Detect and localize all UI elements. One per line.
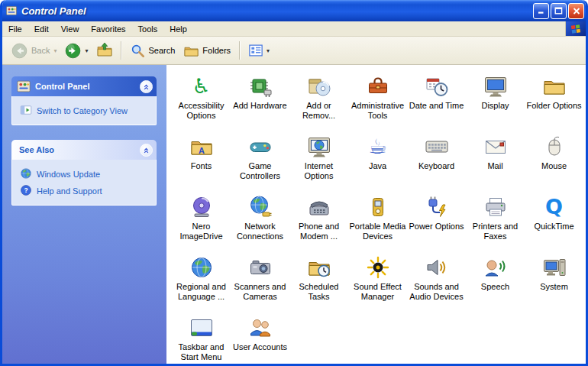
menu-view[interactable]: View [55, 23, 86, 35]
cp-item-system[interactable]: System [525, 255, 583, 316]
menu-tools[interactable]: Tools [132, 23, 164, 35]
menu-items: FileEditViewFavoritesToolsHelp [2, 23, 193, 35]
display-icon [483, 74, 508, 99]
cp-item-accessibility-options[interactable]: ♿Accessibility Options [172, 74, 231, 134]
power-options-icon [425, 195, 449, 219]
cp-item-nero-imagedrive[interactable]: Nero ImageDrive [172, 195, 231, 255]
menu-help[interactable]: Help [163, 23, 193, 35]
cp-item-label: Regional and Language ... [173, 282, 231, 302]
cp-item-regional-and-language[interactable]: Regional and Language ... [172, 255, 231, 316]
user-accounts-icon [248, 316, 273, 340]
cp-item-display[interactable]: Display [466, 74, 525, 134]
cp-item-label: Mail [487, 161, 502, 171]
menu-bar: FileEditViewFavoritesToolsHelp [2, 21, 586, 37]
collapse-chevron-icon[interactable] [140, 80, 153, 93]
folders-button[interactable]: Folders [179, 41, 235, 60]
cp-item-java[interactable]: ☕Java [348, 134, 407, 195]
collapse-chevron-icon[interactable] [140, 144, 153, 157]
cp-item-internet-options[interactable]: Internet Options [289, 134, 348, 195]
cp-item-mouse[interactable]: Mouse [525, 134, 583, 195]
cp-item-label: Date and Time [409, 101, 464, 111]
panel-title: Control Panel [35, 82, 90, 91]
control-panel-window: Control Panel FileEditViewFavoritesTools… [0, 0, 588, 366]
cp-item-label: User Accounts [233, 342, 287, 352]
cp-item-quicktime[interactable]: QQuickTime [525, 195, 583, 255]
phone-and-modem-icon [307, 195, 331, 219]
cp-item-taskbar-and-start-menu[interactable]: Taskbar and Start Menu [172, 316, 231, 365]
folders-icon [183, 43, 199, 59]
forward-button[interactable]: ▾ [60, 40, 92, 61]
cp-item-add-hardware[interactable]: Add Hardware [231, 74, 289, 134]
cp-item-sounds-and-audio-devices[interactable]: Sounds and Audio Devices [407, 255, 466, 316]
accessibility-options-icon: ♿ [189, 74, 214, 99]
scheduled-tasks-icon [307, 255, 331, 280]
cp-item-label: Network Connections [231, 222, 289, 241]
control-panel-icon [16, 79, 31, 94]
cp-item-folder-options[interactable]: Folder Options [525, 74, 583, 134]
category-view-icon [20, 104, 32, 116]
cp-item-fonts[interactable]: AFonts [172, 134, 231, 195]
cp-item-label: Printers and Faxes [467, 222, 525, 241]
game-controllers-icon [248, 134, 273, 159]
java-icon: ☕ [366, 134, 390, 159]
cp-item-label: Mouse [541, 161, 567, 171]
cp-item-label: Java [369, 161, 386, 171]
cp-item-label: Display [481, 101, 509, 111]
cp-item-label: Sound Effect Manager [349, 282, 407, 302]
cp-item-printers-and-faxes[interactable]: Printers and Faxes [466, 195, 525, 255]
control-panel-panel-header[interactable]: Control Panel [11, 76, 157, 96]
cp-item-keyboard[interactable]: Keyboard [407, 134, 466, 195]
cp-item-label: Add or Remov... [290, 101, 348, 121]
cp-item-label: System [540, 282, 568, 292]
cp-item-administrative-tools[interactable]: Administrative Tools [348, 74, 407, 134]
cp-item-label: Accessibility Options [173, 101, 231, 121]
cp-item-label: Fonts [191, 161, 212, 171]
cp-item-network-connections[interactable]: Network Connections [231, 195, 289, 255]
maximize-button[interactable] [551, 3, 567, 19]
fonts-icon: A [189, 134, 214, 159]
control-panel-window-icon [5, 5, 18, 17]
views-button[interactable]: ▾ [244, 41, 273, 60]
menu-favorites[interactable]: Favorites [85, 23, 131, 35]
cp-item-speech[interactable]: Speech [466, 255, 525, 316]
back-button-label: Back [31, 46, 50, 55]
cp-item-portable-media-devices[interactable]: Portable Media Devices [348, 195, 407, 255]
cp-item-game-controllers[interactable]: Game Controllers [231, 134, 289, 195]
cp-item-phone-and-modem[interactable]: Phone and Modem ... [289, 195, 348, 255]
back-arrow-icon [11, 42, 28, 60]
cp-item-scanners-and-cameras[interactable]: Scanners and Cameras [231, 255, 289, 316]
close-button[interactable] [568, 3, 584, 19]
icon-grid: ♿Accessibility OptionsAdd HardwareAdd or… [172, 74, 586, 365]
cp-item-add-or-remove-programs[interactable]: Add or Remov... [289, 74, 348, 134]
title-bar: Control Panel [0, 0, 588, 21]
back-button[interactable]: Back ▾ [7, 40, 60, 61]
administrative-tools-icon [366, 74, 390, 99]
windows-update-link[interactable]: Windows Update [19, 165, 150, 182]
menu-edit[interactable]: Edit [28, 23, 55, 35]
folders-button-label: Folders [202, 46, 231, 55]
search-button[interactable]: Search [126, 41, 180, 60]
regional-and-language-icon [189, 255, 214, 280]
toolbar-separator [239, 41, 241, 60]
cp-item-sound-effect-manager[interactable]: Sound Effect Manager [348, 255, 407, 316]
cp-item-label: Scanners and Cameras [231, 282, 289, 302]
views-dropdown-icon: ▾ [267, 47, 270, 54]
see-also-panel-header[interactable]: See Also [11, 140, 157, 160]
icon-view: ♿Accessibility OptionsAdd HardwareAdd or… [166, 65, 586, 365]
cp-item-label: Game Controllers [231, 161, 289, 181]
menu-file[interactable]: File [2, 23, 28, 35]
quicktime-icon: Q [542, 195, 567, 219]
cp-item-scheduled-tasks[interactable]: Scheduled Tasks [289, 255, 348, 316]
switch-to-category-view-link[interactable]: Switch to Category View [19, 102, 150, 118]
cp-item-power-options[interactable]: Power Options [407, 195, 466, 255]
mouse-icon [542, 134, 567, 159]
taskbar-and-start-menu-icon [189, 316, 214, 340]
help-and-support-link[interactable]: ? Help and Support [19, 182, 150, 199]
cp-item-date-and-time[interactable]: Date and Time [407, 74, 466, 134]
cp-item-label: Power Options [409, 222, 464, 232]
cp-item-user-accounts[interactable]: User Accounts [231, 316, 289, 365]
cp-item-mail[interactable]: Mail [466, 134, 525, 195]
up-button[interactable] [92, 40, 117, 60]
minimize-button[interactable] [533, 3, 549, 19]
task-link-label: Help and Support [37, 186, 102, 196]
